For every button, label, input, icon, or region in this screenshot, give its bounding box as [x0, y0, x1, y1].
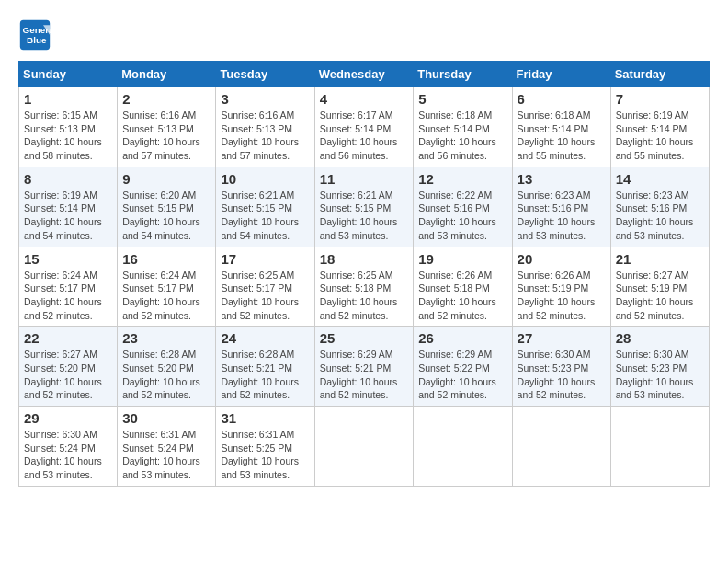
calendar-cell: 29 Sunrise: 6:30 AM Sunset: 5:24 PM Dayl…: [19, 407, 118, 487]
sunrise-label: Sunrise: 6:19 AM: [616, 109, 689, 121]
sunset-label: Sunset: 5:21 PM: [320, 362, 392, 373]
sunset-label: Sunset: 5:14 PM: [320, 123, 392, 134]
sunset-label: Sunset: 5:19 PM: [518, 282, 589, 293]
sunrise-label: Sunrise: 6:18 AM: [518, 109, 591, 121]
day-info: Sunrise: 6:21 AM Sunset: 5:15 PM Dayligh…: [221, 189, 309, 243]
sunset-label: Sunset: 5:24 PM: [122, 442, 194, 454]
sunset-label: Sunset: 5:17 PM: [24, 282, 96, 293]
logo-icon: General Blue: [18, 18, 51, 52]
calendar-cell: 26 Sunrise: 6:29 AM Sunset: 5:22 PM Dayl…: [414, 327, 512, 407]
daylight-label: Daylight: 10 hours and 52 minutes.: [24, 296, 102, 321]
day-info: Sunrise: 6:16 AM Sunset: 5:13 PM Dayligh…: [122, 109, 210, 163]
daylight-label: Daylight: 10 hours and 58 minutes.: [24, 136, 102, 161]
day-info: Sunrise: 6:28 AM Sunset: 5:20 PM Dayligh…: [122, 348, 210, 402]
calendar-cell: 3 Sunrise: 6:16 AM Sunset: 5:13 PM Dayli…: [216, 87, 314, 167]
sunrise-label: Sunrise: 6:31 AM: [122, 429, 196, 440]
day-info: Sunrise: 6:27 AM Sunset: 5:20 PM Dayligh…: [24, 348, 112, 402]
day-number: 12: [418, 171, 506, 187]
day-number: 4: [320, 91, 409, 107]
day-info: Sunrise: 6:26 AM Sunset: 5:19 PM Dayligh…: [518, 269, 606, 323]
day-info: Sunrise: 6:23 AM Sunset: 5:16 PM Dayligh…: [616, 189, 704, 243]
daylight-label: Daylight: 10 hours and 53 minutes.: [418, 216, 496, 241]
calendar-cell: 11 Sunrise: 6:21 AM Sunset: 5:15 PM Dayl…: [314, 167, 414, 247]
sunset-label: Sunset: 5:18 PM: [320, 282, 392, 293]
sunrise-label: Sunrise: 6:16 AM: [221, 109, 294, 121]
day-info: Sunrise: 6:26 AM Sunset: 5:18 PM Dayligh…: [418, 269, 506, 323]
day-number: 20: [518, 251, 606, 267]
calendar-cell: 28 Sunrise: 6:30 AM Sunset: 5:23 PM Dayl…: [610, 327, 709, 407]
day-number: 6: [518, 91, 606, 107]
daylight-label: Daylight: 10 hours and 52 minutes.: [24, 376, 102, 401]
svg-text:Blue: Blue: [27, 35, 47, 45]
daylight-label: Daylight: 10 hours and 52 minutes.: [320, 296, 398, 321]
daylight-label: Daylight: 10 hours and 57 minutes.: [221, 136, 299, 161]
sunrise-label: Sunrise: 6:29 AM: [418, 349, 492, 360]
calendar-cell: 21 Sunrise: 6:27 AM Sunset: 5:19 PM Dayl…: [610, 247, 709, 327]
daylight-label: Daylight: 10 hours and 54 minutes.: [24, 216, 102, 241]
day-info: Sunrise: 6:22 AM Sunset: 5:16 PM Dayligh…: [418, 189, 506, 243]
calendar-cell: 15 Sunrise: 6:24 AM Sunset: 5:17 PM Dayl…: [19, 247, 118, 327]
day-info: Sunrise: 6:21 AM Sunset: 5:15 PM Dayligh…: [320, 189, 409, 243]
day-number: 3: [221, 91, 309, 107]
day-info: Sunrise: 6:18 AM Sunset: 5:14 PM Dayligh…: [418, 109, 506, 163]
day-number: 30: [122, 410, 210, 426]
sunset-label: Sunset: 5:16 PM: [616, 202, 688, 213]
sunrise-label: Sunrise: 6:15 AM: [24, 109, 97, 121]
calendar-cell: 30 Sunrise: 6:31 AM Sunset: 5:24 PM Dayl…: [118, 407, 216, 487]
day-info: Sunrise: 6:25 AM Sunset: 5:18 PM Dayligh…: [320, 269, 409, 323]
day-number: 25: [320, 330, 409, 346]
calendar-table: SundayMondayTuesdayWednesdayThursdayFrid…: [18, 61, 710, 487]
day-number: 8: [24, 171, 112, 187]
calendar-cell: 8 Sunrise: 6:19 AM Sunset: 5:14 PM Dayli…: [19, 167, 118, 247]
calendar-cell: 24 Sunrise: 6:28 AM Sunset: 5:21 PM Dayl…: [216, 327, 314, 407]
day-info: Sunrise: 6:23 AM Sunset: 5:16 PM Dayligh…: [518, 189, 606, 243]
day-number: 10: [221, 171, 309, 187]
day-info: Sunrise: 6:30 AM Sunset: 5:23 PM Dayligh…: [518, 348, 606, 402]
calendar-cell: 23 Sunrise: 6:28 AM Sunset: 5:20 PM Dayl…: [118, 327, 216, 407]
calendar-cell: [610, 407, 709, 487]
day-header-saturday: Saturday: [610, 62, 709, 87]
calendar-cell: 4 Sunrise: 6:17 AM Sunset: 5:14 PM Dayli…: [314, 87, 414, 167]
daylight-label: Daylight: 10 hours and 52 minutes.: [122, 376, 200, 401]
day-number: 31: [221, 410, 309, 426]
day-info: Sunrise: 6:19 AM Sunset: 5:14 PM Dayligh…: [24, 189, 112, 243]
daylight-label: Daylight: 10 hours and 54 minutes.: [122, 216, 200, 241]
day-number: 23: [122, 330, 210, 346]
sunrise-label: Sunrise: 6:23 AM: [616, 190, 689, 201]
day-info: Sunrise: 6:15 AM Sunset: 5:13 PM Dayligh…: [24, 109, 112, 163]
day-info: Sunrise: 6:29 AM Sunset: 5:21 PM Dayligh…: [320, 348, 409, 402]
day-info: Sunrise: 6:30 AM Sunset: 5:23 PM Dayligh…: [616, 348, 704, 402]
daylight-label: Daylight: 10 hours and 56 minutes.: [418, 136, 496, 161]
sunset-label: Sunset: 5:13 PM: [122, 123, 194, 134]
day-info: Sunrise: 6:30 AM Sunset: 5:24 PM Dayligh…: [24, 428, 112, 482]
calendar-cell: 1 Sunrise: 6:15 AM Sunset: 5:13 PM Dayli…: [19, 87, 118, 167]
day-info: Sunrise: 6:27 AM Sunset: 5:19 PM Dayligh…: [616, 269, 704, 323]
daylight-label: Daylight: 10 hours and 53 minutes.: [122, 455, 200, 480]
sunrise-label: Sunrise: 6:19 AM: [24, 190, 97, 201]
sunset-label: Sunset: 5:15 PM: [122, 202, 194, 213]
sunset-label: Sunset: 5:16 PM: [518, 202, 589, 213]
day-number: 26: [418, 330, 506, 346]
daylight-label: Daylight: 10 hours and 53 minutes.: [616, 216, 694, 241]
sunset-label: Sunset: 5:24 PM: [24, 442, 96, 454]
sunrise-label: Sunrise: 6:20 AM: [122, 190, 196, 201]
sunset-label: Sunset: 5:15 PM: [320, 202, 392, 213]
sunset-label: Sunset: 5:15 PM: [221, 202, 292, 213]
sunset-label: Sunset: 5:19 PM: [616, 282, 688, 293]
daylight-label: Daylight: 10 hours and 53 minutes.: [320, 216, 398, 241]
sunrise-label: Sunrise: 6:22 AM: [418, 190, 492, 201]
calendar-cell: [414, 407, 512, 487]
day-header-thursday: Thursday: [414, 62, 512, 87]
daylight-label: Daylight: 10 hours and 52 minutes.: [122, 296, 200, 321]
calendar-cell: 27 Sunrise: 6:30 AM Sunset: 5:23 PM Dayl…: [512, 327, 610, 407]
daylight-label: Daylight: 10 hours and 55 minutes.: [616, 136, 694, 161]
day-header-wednesday: Wednesday: [314, 62, 414, 87]
calendar-cell: 2 Sunrise: 6:16 AM Sunset: 5:13 PM Dayli…: [118, 87, 216, 167]
day-info: Sunrise: 6:24 AM Sunset: 5:17 PM Dayligh…: [122, 269, 210, 323]
sunset-label: Sunset: 5:14 PM: [616, 123, 688, 134]
sunrise-label: Sunrise: 6:17 AM: [320, 109, 393, 121]
calendar-cell: 12 Sunrise: 6:22 AM Sunset: 5:16 PM Dayl…: [414, 167, 512, 247]
calendar-cell: 20 Sunrise: 6:26 AM Sunset: 5:19 PM Dayl…: [512, 247, 610, 327]
day-header-sunday: Sunday: [19, 62, 118, 87]
day-number: 28: [616, 330, 704, 346]
